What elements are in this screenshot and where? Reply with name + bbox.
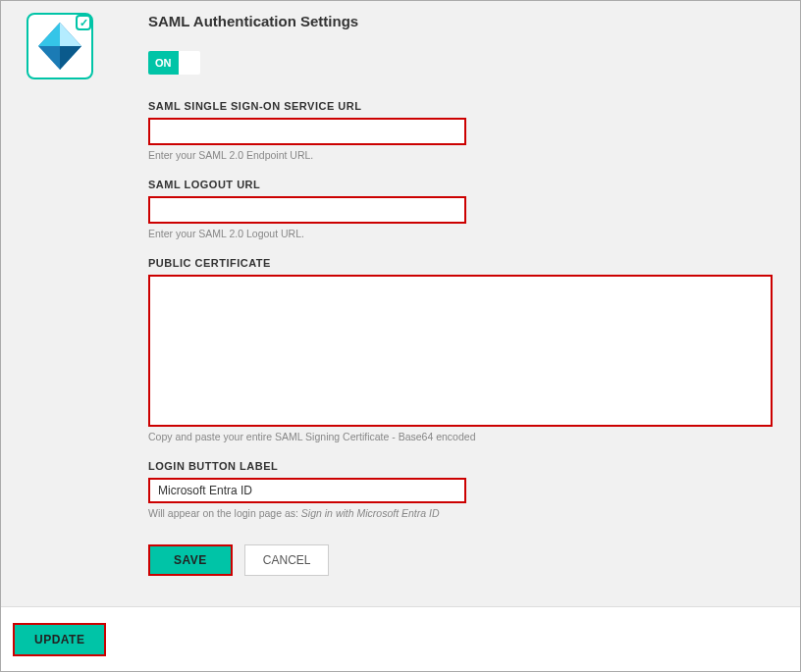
save-button[interactable]: SAVE [148, 544, 233, 576]
sso-url-label: SAML SINGLE SIGN-ON SERVICE URL [148, 100, 773, 112]
login-help-preview: Sign in with Microsoft Entra ID [301, 507, 440, 519]
enable-toggle[interactable]: ON [148, 51, 200, 75]
certificate-label: PUBLIC CERTIFICATE [148, 257, 773, 269]
logout-url-label: SAML LOGOUT URL [148, 179, 773, 190]
login-help-prefix: Will appear on the login page as: [148, 507, 301, 519]
update-button[interactable]: UPDATE [13, 623, 106, 656]
cancel-button[interactable]: CANCEL [244, 544, 330, 576]
logout-url-input[interactable] [148, 196, 466, 224]
logout-url-help: Enter your SAML 2.0 Logout URL. [148, 228, 773, 239]
certificate-input[interactable] [148, 275, 773, 427]
app-icon: ✓ [27, 13, 93, 79]
certificate-help: Copy and paste your entire SAML Signing … [148, 431, 773, 442]
login-button-label-input[interactable] [148, 478, 466, 503]
sso-url-input[interactable] [148, 118, 466, 145]
svg-marker-2 [38, 23, 60, 46]
page-title: SAML Authentication Settings [148, 13, 773, 29]
login-button-label-label: LOGIN BUTTON LABEL [148, 460, 773, 472]
checkmark-icon: ✓ [76, 15, 91, 30]
toggle-on-label: ON [148, 51, 179, 75]
toggle-handle [179, 51, 200, 75]
footer-bar: UPDATE [1, 606, 800, 671]
svg-marker-3 [60, 46, 81, 70]
sso-url-help: Enter your SAML 2.0 Endpoint URL. [148, 149, 773, 161]
login-button-label-help: Will appear on the login page as: Sign i… [148, 507, 773, 519]
